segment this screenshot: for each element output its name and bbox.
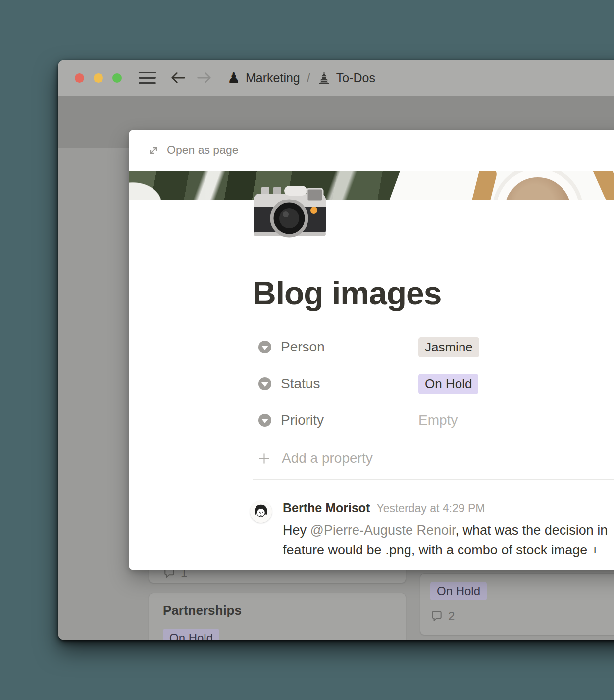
minimize-window-button[interactable] [94, 73, 103, 83]
coffee-cup-photo-area [496, 171, 579, 200]
comment-text: Hey @Pierre-Auguste Renoir, what was the… [283, 520, 608, 560]
forward-button[interactable] [196, 70, 212, 85]
breadcrumb-label: Marketing [246, 71, 300, 85]
plus-icon [257, 452, 271, 465]
property-list: Person Jasmine Status On Hold Priority E… [258, 338, 614, 448]
property-label[interactable]: Priority [281, 412, 418, 428]
property-row-priority: Priority Empty [258, 411, 614, 430]
board-card: On Hold 2 [420, 573, 614, 635]
fullscreen-window-button[interactable] [112, 73, 122, 83]
page-preview-modal: Open as page Blog images Person Jasmine [129, 130, 614, 570]
chevron-down-circle-icon [258, 341, 271, 353]
add-property-label: Add a property [282, 450, 373, 466]
mention-link[interactable]: @Pierre-Auguste Renoir [310, 523, 456, 538]
page-cover-image [129, 171, 614, 200]
camera-page-icon[interactable] [253, 181, 327, 238]
chevron-down-circle-icon [258, 377, 271, 390]
sidebar-menu-icon[interactable] [139, 72, 156, 84]
modal-header: Open as page [129, 130, 614, 171]
comment-bubble-icon [430, 610, 443, 623]
person-tag[interactable]: Jasmine [418, 337, 479, 357]
breadcrumb-separator: / [307, 71, 310, 85]
board-card-partnerships: Partnerships On Hold [149, 593, 406, 640]
comment-body: Berthe Morisot Yesterday at 4:29 PM Hey … [283, 501, 608, 560]
author-avatar [250, 501, 272, 523]
chevron-down-circle-icon [258, 414, 271, 427]
castle-icon [317, 71, 331, 85]
expand-diagonal-icon [148, 145, 159, 156]
comment-author: Berthe Morisot [283, 501, 370, 515]
property-label[interactable]: Status [281, 376, 418, 392]
status-badge: On Hold [430, 582, 487, 600]
card-title: Partnerships [163, 603, 242, 618]
comment: Berthe Morisot Yesterday at 4:29 PM Hey … [250, 501, 608, 560]
section-divider [253, 479, 614, 480]
close-window-button[interactable] [75, 73, 84, 83]
cookie-photo-area [470, 171, 498, 200]
status-tag[interactable]: On Hold [418, 374, 478, 394]
open-as-page-button[interactable]: Open as page [148, 144, 239, 157]
comment-timestamp: Yesterday at 4:29 PM [376, 502, 485, 515]
comment-text-segment: Hey [283, 523, 310, 538]
property-label[interactable]: Person [281, 339, 418, 355]
titlebar: ♟ Marketing / To-Dos [58, 60, 614, 96]
property-row-person: Person Jasmine [258, 338, 614, 356]
breadcrumb-label: To-Dos [336, 71, 375, 85]
chess-pawn-icon: ♟ [227, 71, 240, 85]
breadcrumb: ♟ Marketing / To-Dos [227, 71, 375, 85]
empty-property-value[interactable]: Empty [418, 412, 458, 428]
back-button[interactable] [170, 70, 187, 85]
breadcrumb-item-todos[interactable]: To-Dos [317, 71, 375, 85]
breadcrumb-item-marketing[interactable]: ♟ Marketing [227, 71, 300, 85]
comment-text-segment: , what was the decision in [456, 523, 608, 538]
open-as-page-label: Open as page [167, 144, 239, 157]
comment-count: 2 [448, 609, 455, 623]
page-title[interactable]: Blog images [253, 272, 441, 314]
status-badge: On Hold [163, 629, 219, 640]
property-row-status: Status On Hold [258, 374, 614, 393]
add-property-button[interactable]: Add a property [257, 450, 373, 466]
cookie-photo-area [590, 171, 614, 200]
comment-text-segment: feature would be .png, with a combo of s… [283, 540, 608, 560]
